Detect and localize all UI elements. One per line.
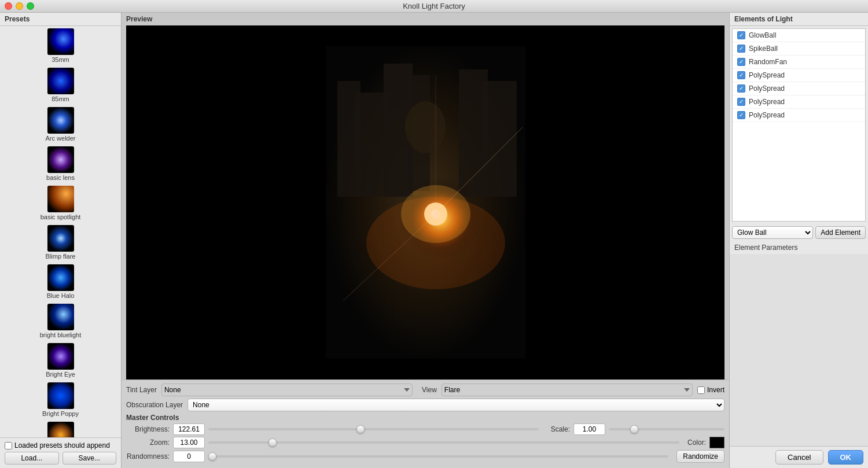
element-item-poly-spread-2[interactable]: ✓ PolySpread xyxy=(733,82,865,95)
poly-spread-1-label: PolySpread xyxy=(749,71,785,79)
center-panel: Preview xyxy=(122,13,729,468)
randomize-button[interactable]: Randomize xyxy=(676,450,724,463)
controls-area: Tint Layer None View Flare Invert Obscur… xyxy=(122,379,729,468)
preset-item-85mm[interactable]: 85mm xyxy=(0,65,121,105)
randomness-slider[interactable] xyxy=(208,455,668,458)
obscuration-row: Obscuration Layer None xyxy=(126,399,724,411)
preset-item-bright-poppy[interactable]: Bright Poppy xyxy=(0,380,121,419)
preset-item-blimp-flare[interactable]: Blimp flare xyxy=(0,223,121,262)
preset-thumb-bright-bluelight xyxy=(47,304,74,330)
brightness-scale-row: Brightness: Scale: xyxy=(126,423,724,435)
element-type-select[interactable]: Glow Ball Spike Ball Random Fan Poly Spr… xyxy=(732,226,813,239)
window-controls[interactable] xyxy=(5,2,34,10)
svg-rect-7 xyxy=(482,81,517,197)
brightness-input[interactable] xyxy=(173,423,205,435)
preview-area xyxy=(126,25,724,379)
zoom-slider[interactable] xyxy=(208,441,679,444)
preset-label-arc-welder: Arc welder xyxy=(46,135,76,142)
preset-item-bright-rainbow-sparkle[interactable]: Bright Rainbow Sparkle xyxy=(0,419,121,437)
element-item-poly-spread-3[interactable]: ✓ PolySpread xyxy=(733,95,865,109)
poly-spread-4-checkbox[interactable]: ✓ xyxy=(737,111,745,119)
ok-button[interactable]: OK xyxy=(828,450,864,465)
add-element-button[interactable]: Add Element xyxy=(815,226,866,239)
preset-thumb-blimp xyxy=(47,225,74,252)
load-button[interactable]: Load... xyxy=(5,452,59,465)
loaded-presets-checkbox[interactable] xyxy=(5,442,12,449)
randomness-row: Randomness: Randomize xyxy=(126,450,724,463)
preset-item-basic-lens[interactable]: basic lens xyxy=(0,144,121,183)
zoom-label: Zoom: xyxy=(126,438,170,447)
elements-header: Elements of Light xyxy=(730,13,868,26)
maximize-button[interactable] xyxy=(27,2,34,10)
random-fan-checkbox[interactable]: ✓ xyxy=(737,58,745,66)
preview-image xyxy=(326,46,525,359)
poly-spread-4-label: PolySpread xyxy=(749,111,785,119)
color-swatch[interactable] xyxy=(709,437,724,448)
scale-input[interactable] xyxy=(573,423,605,435)
preset-item-arc-welder[interactable]: Arc welder xyxy=(0,105,121,144)
preset-item-bright-bluelight[interactable]: bright bluelight xyxy=(0,301,121,341)
presets-footer-buttons: Load... Save... xyxy=(5,452,116,465)
preset-label-blimp: Blimp flare xyxy=(46,253,76,260)
cancel-button[interactable]: Cancel xyxy=(775,450,823,465)
poly-spread-2-label: PolySpread xyxy=(749,84,785,93)
invert-row: Invert xyxy=(697,386,724,394)
element-params-area xyxy=(730,254,868,446)
obscuration-select[interactable]: None xyxy=(187,399,724,411)
preset-item-basic-spotlight[interactable]: basic spotlight xyxy=(0,183,121,223)
preview-header: Preview xyxy=(122,13,729,25)
tint-layer-select[interactable]: None xyxy=(161,384,413,396)
minimize-button[interactable] xyxy=(16,2,23,10)
preset-thumb-85mm xyxy=(47,68,74,94)
preset-label-basic-lens: basic lens xyxy=(46,174,75,181)
element-item-poly-spread-1[interactable]: ✓ PolySpread xyxy=(733,69,865,82)
preset-item-35mm[interactable]: 35mm xyxy=(0,26,121,65)
dialog-footer: Cancel OK xyxy=(730,446,868,468)
element-params-label: Element Parameters xyxy=(730,241,868,254)
brightness-label: Brightness: xyxy=(126,425,170,433)
glow-ball-checkbox[interactable]: ✓ xyxy=(737,31,745,39)
elements-list: ✓ GlowBall ✓ SpikeBall ✓ RandomFan ✓ Pol… xyxy=(732,28,866,222)
preset-thumb-bright-rainbow xyxy=(47,422,74,437)
poly-spread-1-checkbox[interactable]: ✓ xyxy=(737,71,745,79)
tint-view-row: Tint Layer None View Flare Invert xyxy=(126,384,724,396)
preset-thumb-35mm xyxy=(47,28,74,55)
loaded-presets-label: Loaded presets should append xyxy=(14,441,110,449)
preset-thumb-bright-eye xyxy=(47,343,74,370)
close-button[interactable] xyxy=(5,2,12,10)
preset-item-blue-halo[interactable]: Blue Halo xyxy=(0,262,121,301)
brightness-slider[interactable] xyxy=(208,428,539,430)
element-item-poly-spread-4[interactable]: ✓ PolySpread xyxy=(733,109,865,122)
preset-label-blue-halo: Blue Halo xyxy=(47,292,75,299)
elements-panel: Elements of Light ✓ GlowBall ✓ SpikeBall… xyxy=(729,13,868,468)
save-button[interactable]: Save... xyxy=(62,452,117,465)
randomness-input[interactable] xyxy=(173,451,205,462)
preset-item-bright-eye[interactable]: Bright Eye xyxy=(0,341,121,380)
invert-label: Invert xyxy=(707,386,724,394)
poly-spread-3-checkbox[interactable]: ✓ xyxy=(737,98,745,106)
preset-label-bright-bluelight: bright bluelight xyxy=(40,331,82,338)
poly-spread-3-label: PolySpread xyxy=(749,98,785,106)
view-label: View xyxy=(422,386,437,394)
presets-panel: Presets 35mm 85mm Arc welder basic lens xyxy=(0,13,122,468)
preset-thumb-basic-spotlight xyxy=(47,186,74,212)
app-title: Knoll Light Factory xyxy=(403,2,465,10)
spike-ball-checkbox[interactable]: ✓ xyxy=(737,45,745,53)
randomness-label: Randomness: xyxy=(126,452,170,460)
element-item-glow-ball[interactable]: ✓ GlowBall xyxy=(733,29,865,42)
svg-point-16 xyxy=(401,185,470,243)
view-select[interactable]: Flare xyxy=(442,384,693,396)
random-fan-label: RandomFan xyxy=(749,58,787,66)
preset-thumb-blue-halo xyxy=(47,264,74,291)
scale-slider[interactable] xyxy=(609,428,724,430)
scale-label: Scale: xyxy=(547,425,570,433)
poly-spread-2-checkbox[interactable]: ✓ xyxy=(737,84,745,93)
element-item-random-fan[interactable]: ✓ RandomFan xyxy=(733,56,865,69)
title-bar: Knoll Light Factory xyxy=(0,0,868,13)
element-item-spike-ball[interactable]: ✓ SpikeBall xyxy=(733,42,865,56)
zoom-input[interactable] xyxy=(173,437,205,448)
invert-checkbox[interactable] xyxy=(697,386,705,394)
spike-ball-label: SpikeBall xyxy=(749,45,778,53)
master-controls-label: Master Controls xyxy=(126,414,724,422)
color-label: Color: xyxy=(687,438,706,447)
